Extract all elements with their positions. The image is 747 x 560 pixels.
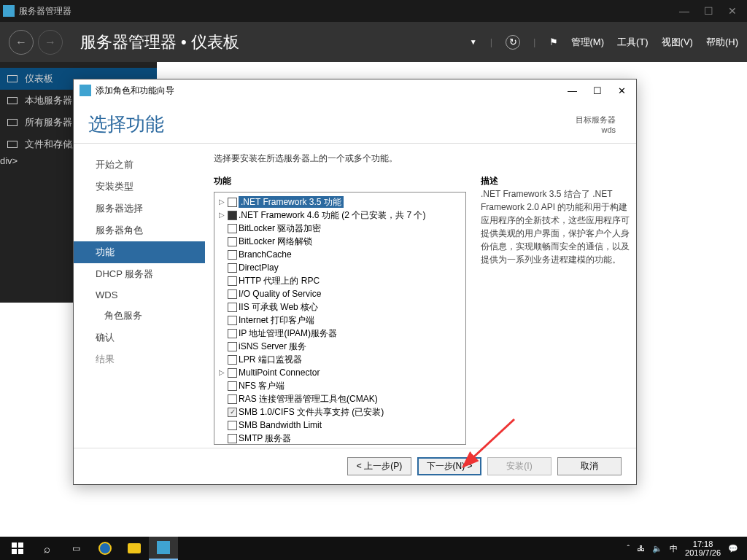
dialog-minimize-button[interactable]: — bbox=[568, 85, 577, 96]
notifications-button[interactable]: 💬 bbox=[728, 544, 738, 553]
servers-icon bbox=[7, 119, 18, 126]
task-view-button[interactable]: ▭ bbox=[61, 537, 90, 560]
feature-item[interactable]: BranchCache bbox=[216, 248, 464, 261]
feature-label: BitLocker 驱动器加密 bbox=[239, 222, 321, 234]
feature-label: I/O Quality of Service bbox=[239, 288, 321, 300]
refresh-icon[interactable]: ↻ bbox=[506, 35, 520, 50]
step-confirm[interactable]: 确认 bbox=[74, 327, 205, 349]
folder-icon bbox=[128, 543, 141, 553]
feature-item[interactable]: SMB Bandwidth Limit bbox=[216, 419, 464, 432]
feature-item[interactable]: BitLocker 驱动器加密 bbox=[216, 222, 464, 235]
tray-network-icon[interactable]: 🖧 bbox=[637, 544, 645, 553]
feature-checkbox[interactable] bbox=[228, 421, 237, 430]
feature-checkbox[interactable] bbox=[228, 381, 237, 391]
feature-label: BranchCache bbox=[239, 249, 292, 260]
feature-checkbox[interactable] bbox=[228, 211, 237, 220]
tray-volume-icon[interactable]: 🔈 bbox=[652, 544, 662, 553]
feature-item[interactable]: RAS 连接管理器管理工具包(CMAK) bbox=[216, 392, 464, 405]
feature-checkbox[interactable] bbox=[228, 342, 237, 351]
breadcrumb-separator: • bbox=[181, 33, 187, 52]
feature-checkbox[interactable] bbox=[228, 263, 237, 273]
step-results: 结果 bbox=[74, 349, 205, 370]
feature-item[interactable]: BitLocker 网络解锁 bbox=[216, 235, 464, 248]
taskbar: ⌕ ▭ ˆ 🖧 🔈 中 17:18 2019/7/26 💬 bbox=[0, 537, 747, 560]
feature-item[interactable]: SMTP 服务器 bbox=[216, 432, 464, 445]
feature-checkbox[interactable] bbox=[228, 368, 237, 378]
menu-view[interactable]: 视图(V) bbox=[662, 36, 693, 49]
nav-back-button[interactable]: ← bbox=[9, 30, 34, 55]
features-tree[interactable]: ▷.NET Framework 3.5 功能▷.NET Framework 4.… bbox=[214, 192, 466, 445]
taskbar-explorer[interactable] bbox=[120, 537, 149, 560]
step-server-selection[interactable]: 服务器选择 bbox=[74, 198, 205, 219]
expander-icon[interactable]: ▷ bbox=[217, 196, 226, 208]
step-features[interactable]: 功能 bbox=[74, 241, 205, 263]
feature-item[interactable]: IP 地址管理(IPAM)服务器 bbox=[216, 327, 464, 340]
feature-checkbox[interactable] bbox=[228, 289, 237, 299]
svg-rect-4 bbox=[18, 549, 23, 554]
feature-item[interactable]: HTTP 代理上的 RPC bbox=[216, 274, 464, 287]
feature-item[interactable]: iSNS Server 服务 bbox=[216, 340, 464, 353]
start-button[interactable] bbox=[3, 537, 32, 560]
feature-label: Internet 打印客户端 bbox=[239, 314, 314, 326]
cancel-button[interactable]: 取消 bbox=[557, 457, 622, 475]
dialog-titlebar[interactable]: 添加角色和功能向导 — ☐ ✕ bbox=[74, 79, 636, 101]
expander-icon[interactable]: ▷ bbox=[217, 367, 226, 378]
nav-forward-button[interactable]: → bbox=[38, 30, 63, 55]
feature-checkbox[interactable] bbox=[228, 276, 237, 286]
feature-checkbox[interactable] bbox=[228, 355, 237, 365]
feature-item[interactable]: SMB 1.0/CIFS 文件共享支持 (已安装) bbox=[216, 405, 464, 419]
dialog-window-controls: — ☐ ✕ bbox=[568, 85, 630, 96]
feature-item[interactable]: ▷.NET Framework 3.5 功能 bbox=[216, 195, 464, 209]
taskbar-clock[interactable]: 17:18 2019/7/26 bbox=[685, 540, 721, 557]
dialog-close-button[interactable]: ✕ bbox=[618, 85, 626, 96]
feature-item[interactable]: ▷.NET Framework 4.6 功能 (2 个已安装，共 7 个) bbox=[216, 209, 464, 222]
minimize-button[interactable]: — bbox=[679, 5, 689, 17]
dialog-title: 添加角色和功能向导 bbox=[96, 85, 174, 97]
search-button[interactable]: ⌕ bbox=[32, 537, 61, 560]
target-server-info: 目标服务器 wds bbox=[576, 114, 616, 134]
dropdown-icon[interactable]: ▼ bbox=[470, 38, 477, 46]
feature-item[interactable]: NFS 客户端 bbox=[216, 379, 464, 392]
feature-item[interactable]: DirectPlay bbox=[216, 261, 464, 274]
next-button[interactable]: 下一步(N) > bbox=[417, 457, 481, 475]
step-dhcp[interactable]: DHCP 服务器 bbox=[74, 263, 205, 285]
menu-tools[interactable]: 工具(T) bbox=[617, 36, 649, 49]
maximize-button[interactable]: ☐ bbox=[704, 5, 713, 17]
svg-rect-1 bbox=[12, 542, 17, 548]
feature-checkbox[interactable] bbox=[228, 250, 237, 260]
install-button: 安装(I) bbox=[487, 457, 551, 475]
feature-item[interactable]: IIS 可承载 Web 核心 bbox=[216, 300, 464, 314]
feature-checkbox[interactable] bbox=[228, 224, 237, 233]
feature-checkbox[interactable] bbox=[228, 394, 237, 404]
close-button[interactable]: ✕ bbox=[728, 5, 737, 17]
feature-checkbox[interactable] bbox=[228, 198, 237, 207]
tray-ime[interactable]: 中 bbox=[670, 543, 678, 554]
step-before-you-begin[interactable]: 开始之前 bbox=[74, 154, 205, 176]
taskbar-server-manager[interactable] bbox=[149, 537, 178, 560]
feature-checkbox[interactable] bbox=[228, 303, 237, 312]
tray-up-icon[interactable]: ˆ bbox=[627, 544, 630, 553]
window-controls: — ☐ ✕ bbox=[679, 5, 744, 17]
wizard-content: 选择要安装在所选服务器上的一个或多个功能。 功能 ▷.NET Framework… bbox=[205, 144, 636, 448]
step-install-type[interactable]: 安装类型 bbox=[74, 176, 205, 198]
step-wds[interactable]: WDS bbox=[74, 285, 205, 305]
taskbar-ie[interactable] bbox=[90, 537, 120, 560]
feature-checkbox[interactable] bbox=[228, 237, 237, 246]
prev-button[interactable]: < 上一步(P) bbox=[347, 457, 411, 475]
search-icon: ⌕ bbox=[44, 542, 50, 555]
feature-checkbox[interactable] bbox=[228, 316, 237, 325]
feature-checkbox[interactable] bbox=[228, 329, 237, 338]
feature-item[interactable]: LPR 端口监视器 bbox=[216, 353, 464, 366]
separator: | bbox=[533, 36, 535, 47]
step-server-roles[interactable]: 服务器角色 bbox=[74, 219, 205, 241]
expander-icon[interactable]: ▷ bbox=[217, 209, 226, 221]
menu-help[interactable]: 帮助(H) bbox=[706, 36, 738, 49]
step-role-services[interactable]: 角色服务 bbox=[74, 305, 205, 327]
feature-item[interactable]: ▷MultiPoint Connector bbox=[216, 366, 464, 379]
dialog-maximize-button[interactable]: ☐ bbox=[593, 85, 602, 96]
feature-checkbox[interactable] bbox=[228, 434, 237, 443]
feature-item[interactable]: Internet 打印客户端 bbox=[216, 314, 464, 327]
feature-item[interactable]: I/O Quality of Service bbox=[216, 287, 464, 300]
menu-manage[interactable]: 管理(M) bbox=[571, 36, 605, 49]
flag-icon[interactable]: ⚑ bbox=[549, 36, 558, 47]
